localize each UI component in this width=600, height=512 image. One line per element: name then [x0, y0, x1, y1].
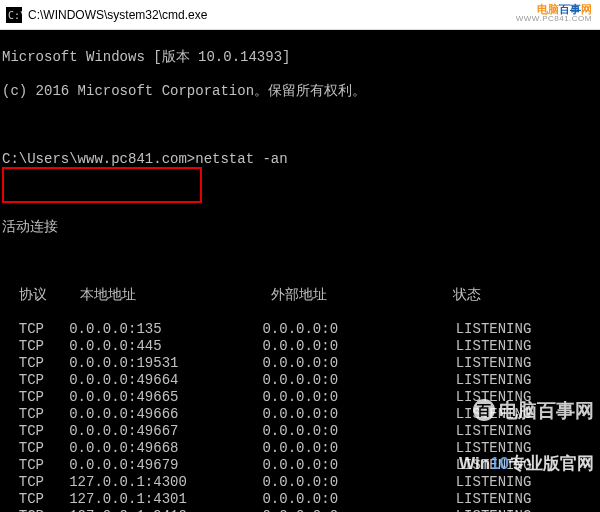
table-header: 协议 本地地址 外部地址 状态: [2, 287, 600, 304]
table-row: TCP 0.0.0.0:49666 0.0.0.0:0 LISTENING: [2, 406, 600, 423]
table-row: TCP 0.0.0.0:49679 0.0.0.0:0 LISTENING: [2, 457, 600, 474]
window-title: C:\WINDOWS\system32\cmd.exe: [28, 8, 207, 22]
cmd-icon: C:\: [6, 7, 22, 23]
table-row: TCP 0.0.0.0:49665 0.0.0.0:0 LISTENING: [2, 389, 600, 406]
svg-text:C:\: C:\: [8, 10, 22, 21]
table-row: TCP 0.0.0.0:49667 0.0.0.0:0 LISTENING: [2, 423, 600, 440]
table-row: TCP 0.0.0.0:19531 0.0.0.0:0 LISTENING: [2, 355, 600, 372]
banner-line: (c) 2016 Microsoft Corporation。保留所有权利。: [2, 83, 600, 100]
table-row: TCP 0.0.0.0:49664 0.0.0.0:0 LISTENING: [2, 372, 600, 389]
section-title: 活动连接: [2, 219, 600, 236]
table-row: TCP 127.0.0.1:9410 0.0.0.0:0 LISTENING: [2, 508, 600, 512]
table-row: TCP 0.0.0.0:135 0.0.0.0:0 LISTENING: [2, 321, 600, 338]
terminal-output[interactable]: Microsoft Windows [版本 10.0.14393] (c) 20…: [0, 30, 600, 512]
table-row: TCP 127.0.0.1:4300 0.0.0.0:0 LISTENING: [2, 474, 600, 491]
prompt-line: C:\Users\www.pc841.com>netstat -an: [2, 151, 600, 168]
table-row: TCP 127.0.0.1:4301 0.0.0.0:0 LISTENING: [2, 491, 600, 508]
banner-line: Microsoft Windows [版本 10.0.14393]: [2, 49, 600, 66]
table-row: TCP 0.0.0.0:445 0.0.0.0:0 LISTENING: [2, 338, 600, 355]
window-title-bar[interactable]: C:\ C:\WINDOWS\system32\cmd.exe 电脑百事网 WW…: [0, 0, 600, 30]
watermark-top: 电脑百事网 WWW.PC841.COM: [516, 4, 592, 23]
table-row: TCP 0.0.0.0:49668 0.0.0.0:0 LISTENING: [2, 440, 600, 457]
